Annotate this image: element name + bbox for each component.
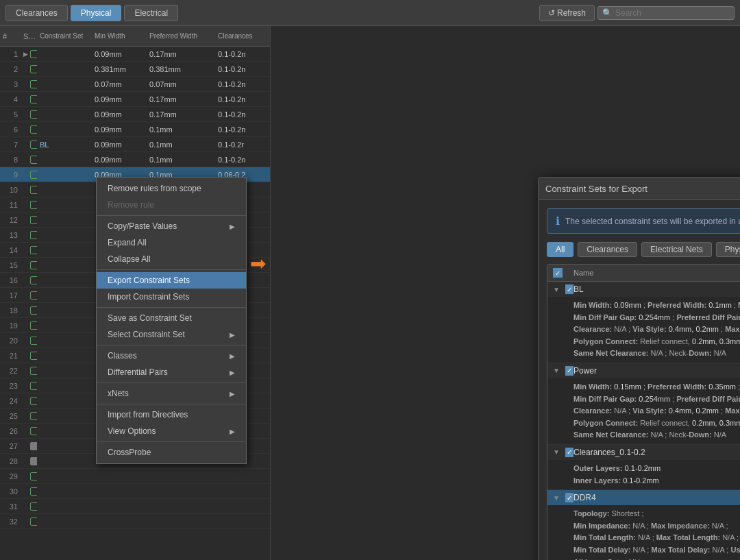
detail-key: Outer Layers: — [574, 464, 623, 472]
detail-value: 0.4mm, — [669, 406, 694, 415]
row-scope: Con — [21, 382, 37, 390]
menu-item[interactable]: Import from Directives — [97, 406, 246, 423]
detail-key: Same Net Clearance: — [574, 430, 648, 439]
top-bar: Clearances Physical Electrical ↺ Refresh… — [0, 0, 740, 26]
menu-item[interactable]: Save as Constraint Set — [97, 310, 246, 326]
menu-item-label: Remove rule — [108, 200, 154, 210]
item-expand-check: ▼ — [553, 366, 574, 376]
menu-separator — [97, 345, 246, 345]
detail-value: 0.1-0.2mm — [623, 476, 659, 485]
row-scope: BL7 — [21, 337, 37, 345]
row-num: 19 — [0, 321, 21, 330]
filter-all[interactable]: All — [547, 242, 574, 257]
constraint-item-header[interactable]: ▼ Clearances_0.1-0.2 Clearances — [547, 445, 740, 460]
detail-value: 0.254mm — [639, 395, 670, 403]
table-row[interactable]: 4 Address and Command (group1) 0.09mm 0.… — [0, 92, 270, 107]
item-checkbox[interactable] — [565, 448, 574, 457]
menu-item[interactable]: Remove rules from scope — [97, 180, 246, 197]
item-checkbox[interactable] — [565, 366, 574, 376]
row-min-width: 0.09mm — [92, 95, 147, 104]
row-scope: SA1 — [21, 487, 37, 496]
table-row[interactable]: 6 BL0 0.09mm 0.1mm 0.1-0.2n — [0, 122, 270, 137]
detail-key: Clearance: — [574, 406, 612, 415]
detail-key: All Layer Sets: — [574, 558, 626, 561]
detail-value: 0.2mm, — [692, 419, 717, 427]
menu-separator — [97, 269, 246, 270]
constraint-item: ▼ BL Physical Min Width: 0.09mm ; Prefer… — [547, 282, 740, 363]
constraint-item-header[interactable]: ▼ BL Physical — [547, 282, 740, 297]
menu-separator — [97, 404, 246, 404]
row-scope: BL2r — [21, 201, 37, 209]
detail-key: Min Width: — [574, 301, 612, 309]
col-prefwidth: Preferred Width — [147, 32, 215, 40]
table-row[interactable]: 30 SA1 — [0, 484, 270, 499]
menu-item[interactable]: Classes▶ — [97, 348, 246, 364]
row-pref-width: 0.1mm — [147, 156, 215, 164]
menu-item[interactable]: Expand All — [97, 234, 246, 251]
menu-item[interactable]: CrossProbe — [97, 444, 246, 461]
filter-electrical[interactable]: Electrical Nets — [641, 242, 712, 257]
search-icon: 🔍 — [602, 8, 613, 18]
expand-arrow[interactable]: ▼ — [553, 367, 560, 374]
item-checkbox[interactable] — [565, 493, 574, 502]
item-expand-check: ▼ — [553, 493, 574, 502]
row-min-width: 0.09mm — [92, 156, 147, 164]
item-checkbox[interactable] — [565, 284, 574, 294]
menu-item[interactable]: Collapse All — [97, 251, 246, 267]
menu-item[interactable]: Differential Pairs▶ — [97, 364, 246, 380]
row-num: 18 — [0, 306, 21, 315]
row-scope: ▶ All Nets — [21, 50, 37, 58]
expand-arrow[interactable]: ▼ — [553, 494, 560, 502]
tab-clearances[interactable]: Clearances — [5, 5, 68, 21]
detail-key: Preferred Diff Pair Gap: — [676, 395, 740, 403]
row-clearances: 0.1-0.2n — [215, 110, 270, 119]
menu-item-label: Collapse All — [108, 254, 151, 264]
table-row[interactable]: 3 All xNets 0.07mm 0.07mm 0.1-0.2n — [0, 77, 270, 92]
detail-key: Inner Layers: — [574, 476, 621, 485]
table-row[interactable]: 1 ▶ All Nets 0.09mm 0.17mm 0.1-0.2n — [0, 47, 270, 62]
table-row[interactable]: 29 SA0 — [0, 469, 270, 484]
tab-electrical[interactable]: Electrical — [124, 5, 178, 21]
menu-item[interactable]: Export Constraint Sets — [97, 272, 246, 289]
table-row[interactable]: 8 BL1 0.09mm 0.1mm 0.1-0.2n — [0, 152, 270, 167]
constraint-item: ▼ Clearances_0.1-0.2 Clearances Outer La… — [547, 445, 740, 490]
col-clearances: Clearances — [215, 32, 270, 40]
menu-item[interactable]: Select Constraint Set▶ — [97, 326, 246, 343]
filter-physical[interactable]: Physical — [716, 242, 740, 257]
menu-item[interactable]: Copy/Paste Values▶ — [97, 218, 246, 234]
row-num: 32 — [0, 518, 21, 526]
row-pref-width: 0.1mm — [147, 141, 215, 149]
row-scope: SA2 — [21, 502, 37, 511]
detail-key: Same Net Clearance: — [574, 349, 648, 357]
refresh-button[interactable]: ↺ Refresh — [539, 5, 595, 21]
row-clearances: 0.1-0.2n — [215, 125, 270, 134]
constraint-item-header[interactable]: ▼ DDR4 Electrical Nets — [547, 490, 740, 505]
col-constraint: Constraint Set — [37, 32, 92, 40]
main-search-input[interactable] — [615, 8, 725, 18]
detail-key: Min Width: — [574, 382, 612, 391]
constraint-item-body: Min Width: 0.09mm ; Preferred Width: 0.1… — [547, 297, 740, 363]
menu-item-label: CrossProbe — [108, 448, 151, 457]
table-row[interactable]: 7 BL0r BL 0.09mm 0.1mm 0.1-0.2r — [0, 137, 270, 152]
header-checkbox[interactable] — [553, 268, 563, 278]
tab-physical[interactable]: Physical — [71, 5, 122, 21]
row-scope: BL0 — [21, 125, 37, 134]
menu-item[interactable]: Import Constraint Sets — [97, 289, 246, 305]
table-row[interactable]: 2 All Differential Pairs 0.381mm 0.381mm… — [0, 62, 270, 77]
row-num: 24 — [0, 397, 21, 405]
menu-item[interactable]: xNets▶ — [97, 385, 246, 402]
row-pref-width: 0.381mm — [147, 65, 215, 73]
menu-item-label: Select Constraint Set — [108, 330, 185, 339]
table-row[interactable]: 32 SC1 — [0, 514, 270, 529]
table-row[interactable]: 5 Address and Command (group2) 0.09mm 0.… — [0, 107, 270, 122]
expand-arrow[interactable]: ▼ — [553, 286, 560, 293]
menu-item[interactable]: View Options▶ — [97, 423, 246, 439]
filter-clearances[interactable]: Clearances — [578, 242, 637, 257]
menu-item-label: Copy/Paste Values — [108, 221, 177, 231]
left-panel: # Scope Constraint Set Min Width Preferr… — [0, 26, 271, 560]
table-row[interactable]: 31 SA2 — [0, 499, 270, 514]
constraint-item-header[interactable]: ▼ Power Physical — [547, 363, 740, 378]
right-area: Constraint Sets for Export ✕ ℹ The selec… — [271, 26, 740, 560]
expand-arrow[interactable]: ▼ — [553, 448, 560, 456]
detail-key: Preferred Width: — [648, 382, 706, 391]
